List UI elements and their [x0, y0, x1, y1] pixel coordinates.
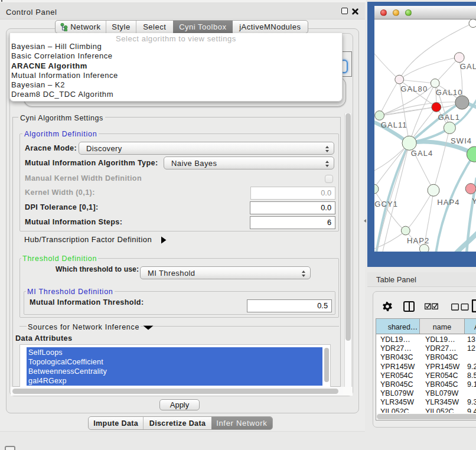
svg-text:GAL1: GAL1	[438, 113, 460, 122]
svg-text:GAL4: GAL4	[411, 149, 433, 158]
svg-text:GAL11: GAL11	[381, 120, 407, 129]
svg-text:HAP4: HAP4	[437, 198, 459, 207]
svg-text:GAL2: GAL2	[460, 62, 476, 71]
svg-text:YPL: YPL	[472, 197, 476, 206]
svg-text:GCY1: GCY1	[374, 200, 398, 208]
svg-text:SWI4: SWI4	[451, 136, 472, 145]
svg-text:GAL10: GAL10	[436, 88, 463, 97]
svg-text:HAP2: HAP2	[407, 236, 429, 245]
svg-text:GAL80: GAL80	[400, 84, 428, 93]
